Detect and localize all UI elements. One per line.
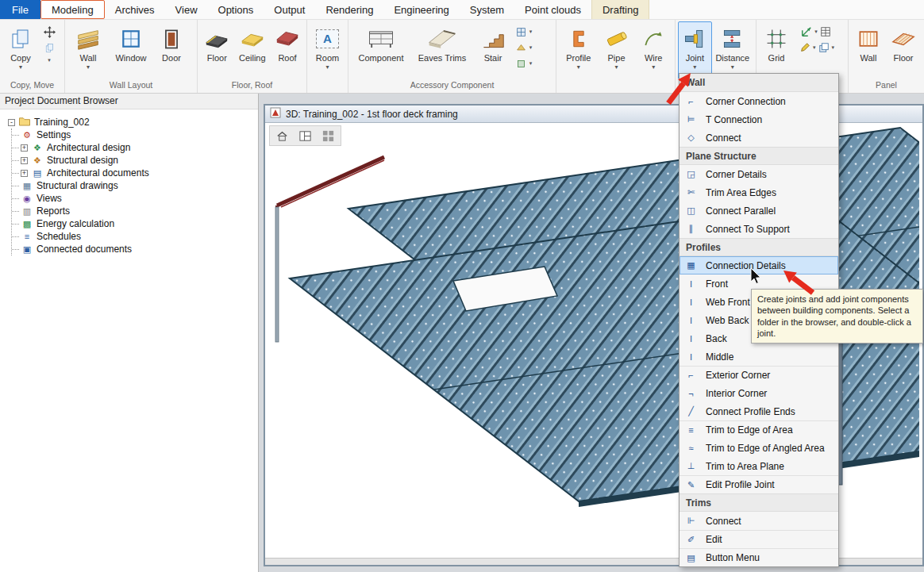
tab-file[interactable]: File (0, 0, 40, 19)
menu-item-connect-wall[interactable]: ◇ Connect (680, 129, 838, 147)
menu-item-corner-details[interactable]: ◲ Corner Details (680, 165, 838, 183)
menu-item-trim-to-edge-of-angled-area[interactable]: ≈ Trim to Edge of Angled Area (680, 439, 838, 457)
menu-item-button-menu[interactable]: ▤ Button Menu (680, 548, 838, 566)
eaves-trims-button[interactable]: Eaves Trims (411, 21, 473, 79)
collapse-expander-icon[interactable]: - (8, 119, 15, 126)
tab-archives[interactable]: Archives (105, 0, 165, 19)
ceiling-button[interactable]: Ceiling (234, 21, 271, 79)
dropdown-caret-icon[interactable]: ▾ (832, 44, 835, 51)
roof-button[interactable]: Roof (271, 21, 304, 79)
panel-floor-button[interactable]: Floor (886, 21, 921, 79)
home-view-icon[interactable] (271, 127, 293, 144)
architectural-documents-icon: ▤ (31, 168, 44, 179)
menu-item-trim-area-edges[interactable]: ✄ Trim Area Edges (680, 183, 838, 202)
dropdown-caret-icon[interactable]: ▾ (814, 29, 818, 35)
button-menu-icon: ▤ (684, 553, 698, 563)
expand-expander-icon[interactable]: + (21, 144, 28, 152)
tree-item-settings[interactable]: ⚙ Settings (23, 129, 255, 141)
pipe-button[interactable]: Pipe ▾ (599, 21, 635, 79)
distance-button[interactable]: Distance ▾ (712, 21, 753, 79)
room-button[interactable]: A Room ▾ (310, 21, 345, 79)
window-button[interactable]: Window (109, 21, 153, 79)
tree-item-structural-drawings[interactable]: ▦ Structural drawings (23, 179, 255, 192)
move-icon[interactable] (42, 25, 56, 38)
menu-item-corner-connection[interactable]: ⌐ Corner Connection (680, 92, 838, 110)
menu-item-connect-trims[interactable]: ⊩ Connect (680, 512, 838, 530)
menu-item-connect-to-support[interactable]: ∥ Connect To Support (680, 220, 838, 238)
menu-item-interior-corner[interactable]: ¬ Interior Corner (680, 384, 838, 402)
accessory-extra-icon-1[interactable] (514, 25, 529, 38)
tree-root-training-002[interactable]: - Training_002 (8, 116, 255, 129)
dropdown-caret-icon: ▾ (614, 64, 618, 71)
grid-button[interactable]: Grid (759, 21, 794, 79)
tree-item-architectural-design[interactable]: + ❖ Architectural design (23, 141, 255, 154)
tree-item-schedules[interactable]: ≡ Schedules (23, 230, 255, 243)
tree-item-structural-design[interactable]: + ❖ Structural design (23, 154, 255, 167)
dropdown-caret-icon[interactable]: ▾ (529, 60, 533, 67)
tab-engineering[interactable]: Engineering (383, 0, 459, 19)
tab-system[interactable]: System (460, 0, 514, 19)
menu-item-middle[interactable]: I Middle (680, 347, 838, 366)
menu-item-edit-profile-joint[interactable]: ✎ Edit Profile Joint (680, 475, 838, 493)
profile-icon (563, 25, 595, 53)
connection-details-icon: ▦ (684, 260, 698, 271)
eaves-trims-icon (426, 25, 458, 53)
group-label-wall-layout: Wall Layout (65, 79, 197, 93)
tab-output[interactable]: Output (264, 0, 315, 19)
menu-item-t-connection[interactable]: ⊨ T Connection (680, 110, 838, 129)
menu-item-connect-parallel[interactable]: ◫ Connect Parallel (680, 202, 838, 220)
stair-button[interactable]: Stair (473, 21, 513, 79)
joint-button[interactable]: Joint ▾ (678, 21, 712, 79)
ribbon-group-copy-move: Copy ▾ ▾ Copy, Move (0, 20, 65, 93)
grid-view-icon[interactable] (318, 127, 339, 144)
tab-view[interactable]: View (165, 0, 208, 19)
dropdown-caret-icon[interactable]: ▾ (529, 44, 533, 51)
menu-item-trim-to-area-plane[interactable]: ⊥ Trim to Area Plane (680, 457, 838, 475)
copy-small-icon[interactable] (42, 41, 56, 54)
menu-item-trim-to-edge-of-area[interactable]: ≡ Trim to Edge of Area (680, 420, 838, 439)
tree-item-architectural-documents[interactable]: + ▤ Architectural documents (23, 167, 255, 179)
dropdown-caret-icon[interactable]: ▾ (529, 29, 533, 35)
tree-item-energy-calculation[interactable]: ▩ Energy calculation (23, 217, 255, 230)
expand-expander-icon[interactable]: + (21, 170, 28, 177)
web-front-icon: I (684, 298, 698, 307)
menu-item-connection-details[interactable]: ▦ Connection Details (680, 256, 838, 274)
menu-item-edit-trims[interactable]: ✐ Edit (680, 530, 838, 548)
trim-to-edge-of-angled-area-icon: ≈ (684, 443, 698, 453)
dropdown-caret-icon: ▾ (731, 64, 734, 71)
tree-item-connected-documents[interactable]: ▣ Connected documents (23, 243, 255, 255)
window-layout-icon[interactable] (295, 127, 316, 144)
dropdown-caret-icon[interactable]: ▾ (813, 44, 816, 51)
architectural-design-icon: ❖ (31, 143, 44, 153)
floor-button[interactable]: Floor (200, 21, 234, 79)
copy-button[interactable]: Copy ▾ (2, 21, 39, 79)
accessory-extra-icon-2[interactable] (514, 41, 529, 54)
tree-item-reports[interactable]: ▥ Reports (23, 205, 255, 217)
profile-button[interactable]: Profile ▾ (559, 21, 599, 79)
panel-wall-button[interactable]: Wall (851, 21, 886, 79)
tab-modeling[interactable]: Modeling (40, 0, 105, 19)
wall-button[interactable]: Wall ▾ (67, 21, 109, 79)
tab-point-clouds[interactable]: Point clouds (514, 0, 591, 19)
expand-expander-icon[interactable]: + (21, 157, 28, 164)
corner-connection-icon: ⌐ (684, 97, 698, 106)
group-label-panel: Panel (849, 79, 924, 93)
component-button[interactable]: Component (351, 21, 411, 79)
grid-edit-icon[interactable] (798, 41, 812, 54)
grid-axes-icon[interactable] (799, 25, 814, 38)
tab-options[interactable]: Options (208, 0, 264, 19)
dropdown-caret-icon[interactable]: ▾ (48, 57, 51, 63)
tab-drafting[interactable]: Drafting (591, 0, 650, 19)
exterior-corner-icon: ⌐ (684, 370, 698, 380)
door-button[interactable]: Door (153, 21, 190, 79)
menu-item-exterior-corner[interactable]: ⌐ Exterior Corner (680, 366, 838, 384)
middle-icon: I (684, 352, 698, 362)
wire-button[interactable]: Wire ▾ (634, 21, 672, 79)
accessory-extra-icon-3[interactable] (514, 57, 529, 70)
menu-item-connect-profile-ends[interactable]: ╱ Connect Profile Ends (680, 402, 838, 420)
grid-layers-icon[interactable] (817, 41, 831, 54)
grid-table-icon[interactable] (818, 25, 833, 38)
tab-rendering[interactable]: Rendering (315, 0, 383, 19)
edit-profile-joint-icon: ✎ (684, 480, 698, 490)
tree-item-views[interactable]: ◉ Views (23, 192, 255, 205)
